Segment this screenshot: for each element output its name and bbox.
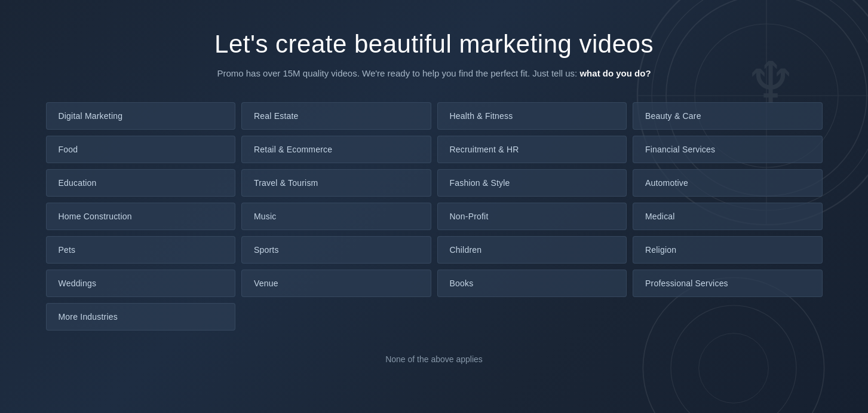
- page-subtitle: Promo has over 15M quality videos. We're…: [46, 68, 823, 78]
- category-btn-weddings[interactable]: Weddings: [46, 270, 236, 297]
- main-container: Let's create beautiful marketing videos …: [22, 0, 846, 388]
- none-applies-link[interactable]: None of the above applies: [46, 354, 823, 364]
- category-btn-medical[interactable]: Medical: [633, 203, 823, 230]
- category-btn-digital-marketing[interactable]: Digital Marketing: [46, 102, 236, 130]
- category-btn-children[interactable]: Children: [437, 236, 627, 264]
- subtitle-bold: what do you do?: [579, 68, 651, 78]
- category-btn-automotive[interactable]: Automotive: [633, 169, 823, 197]
- category-btn-fashion---style[interactable]: Fashion & Style: [437, 169, 627, 197]
- category-btn-food[interactable]: Food: [46, 136, 236, 163]
- page-title: Let's create beautiful marketing videos: [46, 30, 823, 59]
- category-btn-health---fitness[interactable]: Health & Fitness: [437, 102, 627, 130]
- category-btn-education[interactable]: Education: [46, 169, 236, 197]
- category-btn-retail---ecommerce[interactable]: Retail & Ecommerce: [241, 136, 431, 163]
- column-3: Health & FitnessRecruitment & HRFashion …: [437, 102, 627, 331]
- category-btn-music[interactable]: Music: [241, 203, 431, 230]
- category-btn-home-construction[interactable]: Home Construction: [46, 203, 236, 230]
- column-2: Real EstateRetail & EcommerceTravel & To…: [241, 102, 431, 331]
- categories-grid: Digital MarketingFoodEducationHome Const…: [46, 102, 823, 331]
- category-btn-venue[interactable]: Venue: [241, 270, 431, 297]
- category-btn-religion[interactable]: Religion: [633, 236, 823, 264]
- page-header: Let's create beautiful marketing videos …: [46, 30, 823, 78]
- category-btn-non-profit[interactable]: Non-Profit: [437, 203, 627, 230]
- category-btn-pets[interactable]: Pets: [46, 236, 236, 264]
- category-btn-financial-services[interactable]: Financial Services: [633, 136, 823, 163]
- category-btn-more-industries[interactable]: More Industries: [46, 303, 236, 331]
- category-btn-real-estate[interactable]: Real Estate: [241, 102, 431, 130]
- category-btn-beauty---care[interactable]: Beauty & Care: [633, 102, 823, 130]
- column-1: Digital MarketingFoodEducationHome Const…: [46, 102, 236, 331]
- subtitle-text: Promo has over 15M quality videos. We're…: [217, 68, 579, 78]
- column-4: Beauty & CareFinancial ServicesAutomotiv…: [633, 102, 823, 331]
- category-btn-recruitment---hr[interactable]: Recruitment & HR: [437, 136, 627, 163]
- category-btn-books[interactable]: Books: [437, 270, 627, 297]
- category-btn-professional-services[interactable]: Professional Services: [633, 270, 823, 297]
- category-btn-sports[interactable]: Sports: [241, 236, 431, 264]
- category-btn-travel---tourism[interactable]: Travel & Tourism: [241, 169, 431, 197]
